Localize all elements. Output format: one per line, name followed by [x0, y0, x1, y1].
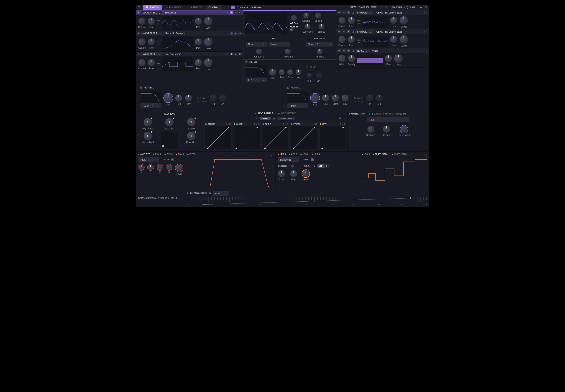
mute-button[interactable]: M	[337, 11, 341, 14]
mpe-button[interactable]: MPE	[260, 117, 271, 120]
curve-editor[interactable]	[234, 126, 260, 149]
env-mode-dropdown[interactable]: ADS-R⌄	[138, 157, 159, 162]
osc-type-dropdown[interactable]: NOISE⌄	[355, 49, 370, 53]
env-tab-1[interactable]: AMP ENV	[138, 153, 150, 155]
sample-waveform[interactable]	[363, 16, 388, 28]
osc-preset[interactable]: Tri-Saw-Square	[164, 53, 223, 56]
solo-button[interactable]: S	[343, 30, 346, 33]
lfo-tab-2[interactable]: LFO 2	[289, 153, 297, 155]
power-icon[interactable]: ⏻	[140, 86, 142, 89]
math-tab-1[interactable]: MATH 1	[349, 113, 358, 115]
fine-knob[interactable]	[148, 38, 155, 46]
attack-knob[interactable]	[138, 164, 144, 170]
power-icon[interactable]: ⏻	[245, 60, 248, 63]
wavetable-display[interactable]	[162, 16, 193, 30]
sample-waveform[interactable]	[363, 36, 388, 47]
key-knob[interactable]	[185, 94, 192, 102]
down-icon[interactable]: ↓	[285, 123, 286, 125]
level-knob[interactable]	[204, 38, 213, 46]
undo-icon[interactable]: ↶	[381, 6, 383, 9]
filter-type-dropdown[interactable]: LP12⌄	[246, 78, 267, 83]
filter-curve-display[interactable]	[246, 65, 267, 77]
fm-amount-2-knob[interactable]	[285, 48, 291, 55]
hpf-knob[interactable]	[366, 94, 373, 102]
preset-name[interactable]: Chained to the Pulse	[237, 6, 261, 9]
macro-x-knob[interactable]: X	[144, 132, 152, 140]
osc-type-dropdown[interactable]: WAVETABLE⌄	[141, 52, 162, 56]
morph-toggle[interactable]	[290, 28, 294, 31]
multimod-tab-3[interactable]: MULTI-MOD 2	[392, 153, 407, 155]
grid-icon[interactable]: ⊞	[344, 123, 345, 125]
resonance-knob[interactable]	[322, 94, 329, 102]
lfo-freq-knob[interactable]	[290, 170, 297, 177]
osc-number[interactable]: 4	[347, 11, 350, 14]
ringmod-source-dropdown[interactable]: Source 1⌄	[306, 42, 333, 47]
hpf-knob[interactable]	[209, 94, 217, 102]
coarse-knob[interactable]	[138, 59, 146, 66]
osc-preset[interactable]: White	[371, 50, 425, 52]
osc-preset-nav[interactable]: ‹ ›	[424, 11, 428, 14]
math-tab-5[interactable]: RANDOM	[394, 113, 406, 115]
pre-label[interactable]: PRE	[197, 100, 201, 102]
mute-button[interactable]: M	[337, 30, 341, 33]
fm-source-1-dropdown[interactable]: None⌄	[246, 42, 267, 47]
link-icon[interactable]: ⊕	[209, 192, 211, 194]
power-icon[interactable]: ⏻	[352, 50, 354, 52]
global-button[interactable]: GLOBAL	[206, 5, 221, 10]
tune-icon[interactable]: ‹›	[157, 62, 161, 67]
hpf-knob[interactable]	[306, 73, 312, 79]
envelope-graph[interactable]	[208, 158, 273, 188]
solo-button[interactable]: S	[238, 32, 242, 35]
power-icon[interactable]: ⏻	[197, 97, 199, 99]
cutoff-knob[interactable]	[311, 94, 319, 102]
lpf-knob[interactable]	[219, 94, 227, 102]
power-icon[interactable]: ⏻	[287, 86, 289, 89]
preset-next-icon[interactable]: ›	[228, 6, 229, 9]
pan-knob[interactable]	[390, 16, 398, 24]
power-icon[interactable]: ⏻	[137, 32, 140, 35]
density-knob[interactable]	[348, 55, 355, 62]
grid-icon[interactable]: ⊞	[258, 123, 260, 125]
sync-toggle[interactable]: ✓	[311, 158, 314, 161]
lfo-delay-knob[interactable]	[278, 170, 285, 177]
multimod-tab-1[interactable]: LFO 5	[362, 153, 370, 155]
power-icon[interactable]: ⏻	[137, 53, 140, 56]
lfo-tab-4[interactable]: LFO 4	[312, 153, 320, 155]
osc-preset-nav[interactable]: ‹ ›	[225, 32, 228, 35]
menu-icon[interactable]: ☰	[425, 6, 427, 9]
filter-curve-display[interactable]	[140, 91, 162, 103]
pan-knob[interactable]	[194, 17, 202, 25]
fine-knob[interactable]	[348, 36, 355, 43]
redo-icon[interactable]: ↷	[385, 6, 387, 9]
detune-knob[interactable]	[303, 13, 309, 19]
keytrack-ruler[interactable]: C-2C-1C0C1C2C3C4C5C6C7C8	[187, 197, 427, 206]
grid-icon[interactable]: ⊞	[229, 123, 231, 125]
resonance-knob[interactable]	[175, 94, 182, 102]
down-icon[interactable]: ↓	[256, 123, 257, 125]
preset-prev-icon[interactable]: ‹	[224, 6, 226, 9]
source-knob[interactable]	[367, 126, 375, 133]
coarse-knob[interactable]	[138, 38, 146, 46]
macro-2-knob[interactable]: 2	[165, 118, 174, 126]
coarse-knob[interactable]	[338, 16, 346, 24]
multimod-tab-2[interactable]: MULTI-MOD 1	[373, 153, 389, 155]
env-tab-5[interactable]: ENV 5	[187, 153, 195, 155]
solo-button[interactable]: S	[238, 53, 242, 56]
level-knob[interactable]	[399, 16, 408, 25]
coarse-knob[interactable]	[138, 17, 146, 25]
osc-number[interactable]: 5	[347, 30, 350, 33]
tab-routing[interactable]: ⟲ ROUTING	[162, 5, 184, 10]
lfo-tab-1[interactable]: LFO 1	[278, 153, 286, 155]
tune-icon[interactable]: ‹›	[157, 20, 161, 25]
osc-preset-nav[interactable]: ‹ ›	[225, 11, 228, 14]
grid-icon[interactable]: ⊞	[287, 123, 288, 125]
osc-number[interactable]: 6	[347, 49, 350, 52]
app-logo-icon[interactable]: ℜ	[136, 6, 142, 9]
pan-knob[interactable]	[194, 38, 202, 46]
cutoff-knob[interactable]	[164, 94, 173, 102]
fm-amount-1-knob[interactable]	[256, 48, 262, 55]
cutoff-knob[interactable]	[269, 69, 276, 76]
loop-icon[interactable]: ⟲	[254, 123, 256, 125]
noise-waveform[interactable]	[357, 55, 383, 66]
standard-button[interactable]: STANDARD	[277, 117, 295, 120]
